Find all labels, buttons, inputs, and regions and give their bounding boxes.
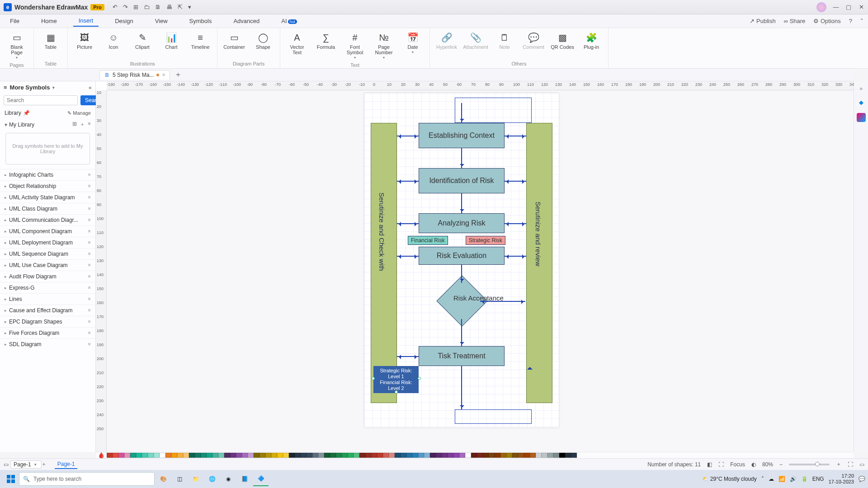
color-swatch[interactable] <box>171 453 177 458</box>
selection-handle[interactable] <box>372 377 375 380</box>
document-tab[interactable]: 🗎 5 Step Risk Ma... × <box>99 70 170 80</box>
taskbar-word-icon[interactable]: 📘 <box>237 472 252 486</box>
color-swatch[interactable] <box>424 453 430 458</box>
color-swatch[interactable] <box>448 453 453 458</box>
category-close-icon[interactable]: × <box>88 296 91 302</box>
user-avatar[interactable] <box>816 2 826 12</box>
category-close-icon[interactable]: × <box>88 172 91 178</box>
menu-view[interactable]: View <box>150 16 173 26</box>
canvas[interactable]: Serutinize and Check with Serutinize and… <box>107 90 854 452</box>
pin-icon[interactable]: 📌 <box>23 110 30 116</box>
qat-export-icon[interactable]: ⇱ <box>178 4 183 10</box>
color-swatch[interactable] <box>547 453 553 458</box>
tray-language[interactable]: ENG <box>812 476 824 482</box>
tray-chevron-icon[interactable]: ˄ <box>761 476 764 482</box>
weather-widget[interactable]: ⛅ 29°C Mostly cloudy <box>702 476 757 482</box>
category-item[interactable]: ▸UML Sequence Diagram× <box>0 248 95 259</box>
menu-file[interactable]: File <box>5 16 25 26</box>
color-swatch[interactable] <box>359 453 365 458</box>
category-close-icon[interactable]: × <box>88 341 91 347</box>
color-swatch[interactable] <box>377 453 383 458</box>
tray-clock[interactable]: 17:2017-10-2023 <box>829 473 854 485</box>
category-close-icon[interactable]: × <box>88 217 91 223</box>
symbol-search-input[interactable] <box>4 95 78 105</box>
menu-design[interactable]: Design <box>109 16 138 26</box>
format-icon[interactable]: ◆ <box>859 99 863 106</box>
category-close-icon[interactable]: × <box>88 239 91 246</box>
category-item[interactable]: ▸Object Relationship× <box>0 180 95 192</box>
fullscreen-icon[interactable]: ⛶ <box>848 461 853 468</box>
color-swatch[interactable] <box>542 453 547 458</box>
box-identification-risk[interactable]: Identification of Risk <box>419 168 505 193</box>
color-swatch[interactable] <box>107 453 113 458</box>
color-swatch[interactable] <box>130 453 136 458</box>
maximize-button[interactable]: ▢ <box>845 4 852 10</box>
page-selector-drop-icon[interactable]: ▾ <box>34 462 37 467</box>
category-item[interactable]: ▸Cause and Effect Diagram× <box>0 305 95 316</box>
color-swatch[interactable] <box>489 453 495 458</box>
ribbon-formula[interactable]: ∑Formula <box>313 30 339 61</box>
zoom-in-button[interactable]: ＋ <box>836 460 841 468</box>
box-risk-treatment[interactable]: Tisk Treatment <box>419 346 505 366</box>
color-swatch[interactable] <box>512 453 518 458</box>
color-swatch[interactable] <box>124 453 130 458</box>
options-button[interactable]: ⚙ Options <box>813 18 840 24</box>
color-swatch[interactable] <box>118 453 124 458</box>
ribbon-clipart[interactable]: ✎Clipart <box>129 30 156 52</box>
ribbon-vector-text[interactable]: AVector Text <box>284 30 310 61</box>
close-button[interactable]: ✕ <box>858 4 864 10</box>
color-swatch[interactable] <box>330 453 336 458</box>
color-swatch[interactable] <box>142 453 148 458</box>
color-swatch[interactable] <box>477 453 483 458</box>
mylib-grid-icon[interactable]: ⊞ <box>72 121 77 128</box>
category-close-icon[interactable]: × <box>88 319 91 325</box>
color-swatch[interactable] <box>354 453 359 458</box>
category-item[interactable]: ▸Express-G× <box>0 282 95 293</box>
ribbon-shape[interactable]: ◯Shape <box>250 30 276 52</box>
color-swatch[interactable] <box>406 453 412 458</box>
color-swatch[interactable] <box>201 453 207 458</box>
menu-symbols[interactable]: Symbols <box>184 16 217 26</box>
color-swatch[interactable] <box>418 453 424 458</box>
color-swatch[interactable] <box>365 453 371 458</box>
taskbar-app-icon[interactable]: 🎨 <box>156 472 171 486</box>
color-swatch[interactable] <box>383 453 389 458</box>
color-swatch[interactable] <box>154 453 160 458</box>
color-swatch[interactable] <box>536 453 542 458</box>
focus-toggle[interactable]: ◐ <box>751 461 756 468</box>
qat-print-icon[interactable]: 🖶 <box>166 4 172 10</box>
qat-more-icon[interactable]: ▾ <box>188 4 191 10</box>
focus-label[interactable]: Focus <box>730 461 745 468</box>
manage-link[interactable]: ✎ Manage <box>67 110 91 116</box>
ribbon-container[interactable]: ▭Container <box>221 30 247 52</box>
ribbon-blank-page[interactable]: ▭Blank Page▾ <box>4 30 30 61</box>
color-swatch[interactable] <box>348 453 354 458</box>
color-swatch[interactable] <box>453 453 459 458</box>
menu-ai[interactable]: AIhot <box>276 16 302 26</box>
tag-financial-risk[interactable]: Financial Risk <box>408 236 448 245</box>
category-close-icon[interactable]: × <box>88 228 91 235</box>
color-swatch[interactable] <box>571 453 577 458</box>
color-swatch[interactable] <box>236 453 242 458</box>
color-swatch[interactable] <box>289 453 295 458</box>
note-risk-levels[interactable]: Strategic Risk: Level 1 Financial Risk: … <box>373 366 419 393</box>
color-swatch[interactable] <box>212 453 218 458</box>
color-swatch[interactable] <box>224 453 230 458</box>
category-close-icon[interactable]: × <box>88 194 91 201</box>
color-swatch[interactable] <box>177 453 183 458</box>
color-swatch[interactable] <box>430 453 436 458</box>
fit-icon[interactable]: ⛶ <box>718 461 724 468</box>
color-swatch[interactable] <box>160 453 165 458</box>
color-swatch[interactable] <box>136 453 142 458</box>
color-swatch[interactable] <box>518 453 524 458</box>
tag-strategic-risk[interactable]: Strategic Risk <box>466 236 505 245</box>
selection-handle[interactable] <box>418 377 421 380</box>
color-swatch[interactable] <box>230 453 236 458</box>
category-close-icon[interactable]: × <box>88 330 91 336</box>
color-swatch[interactable] <box>506 453 512 458</box>
color-swatch[interactable] <box>248 453 254 458</box>
color-swatch[interactable] <box>295 453 301 458</box>
color-swatch[interactable] <box>312 453 318 458</box>
box-establishing-context[interactable]: Establishing Context <box>419 123 505 148</box>
page-tab[interactable]: Page-1 <box>55 460 78 469</box>
